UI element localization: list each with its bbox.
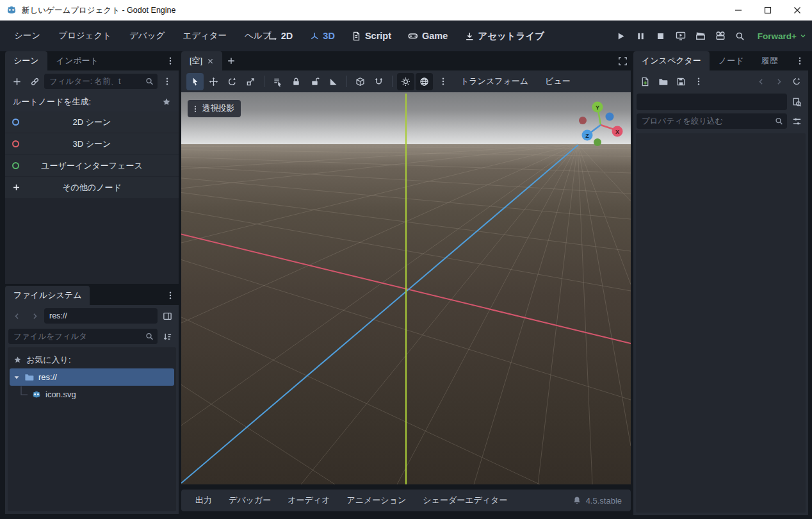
workspace-switcher: 2D 3D Script Game アセットライブ	[264, 21, 548, 51]
favorite-star-icon[interactable]	[162, 97, 171, 106]
select-tool-button[interactable]	[186, 73, 204, 90]
tab-import[interactable]: インポート	[48, 51, 107, 70]
open-docs-button[interactable]	[788, 94, 805, 110]
filesystem-dock-menu-button[interactable]	[162, 287, 179, 304]
workspace-assetlib-button[interactable]: アセットライブ	[460, 26, 548, 46]
star-icon	[13, 356, 22, 364]
tab-filesystem[interactable]: ファイルシステム	[5, 286, 90, 305]
tab-inspector[interactable]: インスペクター	[633, 51, 710, 70]
toggle-split-mode-button[interactable]	[159, 308, 175, 324]
create-3d-scene-button[interactable]: 3D シーン	[5, 133, 179, 154]
stop-button[interactable]	[652, 27, 670, 45]
instance-scene-button[interactable]	[26, 73, 43, 90]
bottom-tab-animation[interactable]: アニメーション	[339, 490, 414, 511]
rotate-tool-button[interactable]	[223, 73, 241, 90]
editor-menubar: シーン プロジェクト デバッグ エディター ヘルプ 2D 3D Script G…	[0, 21, 812, 51]
movie-maker-button[interactable]	[711, 27, 729, 45]
object-history-button[interactable]	[788, 73, 805, 90]
create-ui-scene-button[interactable]: ユーザーインターフェース	[5, 155, 179, 176]
tab-scene[interactable]: シーン	[5, 51, 47, 70]
create-2d-scene-button[interactable]: 2D シーン	[5, 111, 179, 133]
chevron-expanded-icon[interactable]	[13, 374, 20, 381]
renderer-dropdown[interactable]: Forward+	[758, 31, 807, 41]
file-filter-input[interactable]	[8, 329, 158, 344]
new-scene-tab-button[interactable]	[223, 53, 240, 69]
expand-viewport-button[interactable]	[614, 53, 631, 69]
group-button[interactable]	[325, 73, 342, 90]
new-resource-button[interactable]	[637, 73, 653, 90]
workspace-3d-button[interactable]: 3D	[305, 27, 339, 45]
preview-sun-button[interactable]	[397, 73, 414, 90]
history-back-button[interactable]	[752, 73, 769, 90]
snap-button[interactable]	[370, 73, 387, 90]
download-icon	[464, 31, 474, 41]
tree-row-icon-svg[interactable]: icon.svg	[10, 386, 174, 403]
inspector-dock-menu-button[interactable]	[792, 53, 808, 69]
save-resource-button[interactable]	[672, 73, 689, 90]
filesystem-tree: お気に入り: res:// icon.svg	[8, 347, 176, 511]
bottom-tab-audio[interactable]: オーディオ	[280, 490, 337, 511]
property-filter-input[interactable]	[637, 113, 787, 129]
pause-button[interactable]	[632, 27, 650, 45]
nav-back-button[interactable]	[8, 308, 25, 324]
viewport-grid-and-axes: Y X Z	[181, 92, 631, 484]
bottom-tab-shader-editor[interactable]: シェーダーエディター	[415, 490, 515, 511]
scale-tool-button[interactable]	[242, 73, 259, 90]
list-select-tool-button[interactable]	[269, 73, 286, 90]
menu-scene[interactable]: シーン	[5, 26, 49, 46]
folder-icon	[24, 372, 34, 382]
menu-debug[interactable]: デバッグ	[120, 26, 174, 46]
workspace-2d-button[interactable]: 2D	[264, 27, 297, 45]
inspector-dock-tabs: インスペクター ノード 履歴	[633, 51, 808, 70]
menu-editor[interactable]: エディター	[174, 26, 236, 46]
pick-node-button[interactable]	[731, 27, 749, 45]
view-menu[interactable]: ビュー	[537, 73, 578, 90]
bottom-panel: 出力 デバッガー オーディオ アニメーション シェーダーエディター 4.5.st…	[181, 490, 631, 511]
scene-tab-empty[interactable]: [空]	[181, 51, 222, 70]
move-tool-button[interactable]	[205, 73, 222, 90]
gizmo-y-label: Y	[596, 104, 599, 111]
gizmo-z-label: Z	[585, 133, 589, 139]
tab-node[interactable]: ノード	[710, 51, 752, 70]
scene-dock-tabs: シーン インポート	[5, 51, 179, 70]
path-input[interactable]	[44, 308, 158, 324]
close-button[interactable]	[783, 0, 812, 21]
workspace-script-button[interactable]: Script	[348, 27, 395, 45]
file-sort-button[interactable]	[159, 328, 175, 345]
scene-tree-menu-button[interactable]	[159, 73, 175, 90]
add-node-button[interactable]	[8, 73, 25, 90]
transform-menu[interactable]: トランスフォーム	[453, 73, 536, 90]
preview-environment-button[interactable]	[416, 73, 433, 90]
create-other-node-button[interactable]: その他のノード	[5, 177, 179, 198]
remote-debug-button[interactable]	[672, 27, 690, 45]
bottom-tab-debugger[interactable]: デバッガー	[221, 490, 279, 511]
nav-forward-button[interactable]	[26, 308, 43, 324]
workspace-game-button[interactable]: Game	[404, 27, 451, 45]
projection-menu-button[interactable]: 透視投影	[188, 100, 241, 117]
sun-environment-options-button[interactable]	[434, 73, 451, 90]
axis-gizmo[interactable]: Y X Z	[579, 102, 623, 147]
viewport-3d[interactable]: Y X Z 透視投影	[181, 92, 631, 484]
inspector-empty-body	[636, 133, 806, 513]
play-button[interactable]	[612, 27, 630, 45]
favorites-row[interactable]: お気に入り:	[10, 351, 174, 368]
unlock-button[interactable]	[306, 73, 323, 90]
resource-extra-menu-button[interactable]	[690, 73, 707, 90]
property-tools-button[interactable]	[788, 113, 805, 129]
history-forward-button[interactable]	[770, 73, 787, 90]
gizmo-x-label: X	[615, 129, 619, 135]
scene-filter-input[interactable]	[44, 74, 158, 89]
tree-row-res[interactable]: res://	[10, 368, 174, 386]
run-current-scene-button[interactable]	[692, 27, 710, 45]
minimize-button[interactable]	[724, 0, 753, 21]
tab-history[interactable]: 履歴	[752, 51, 786, 70]
load-resource-button[interactable]	[654, 73, 671, 90]
maximize-button[interactable]	[753, 0, 783, 21]
notification-bell-icon[interactable]	[572, 496, 581, 505]
local-space-button[interactable]	[352, 73, 369, 90]
scene-dock-menu-button[interactable]	[162, 53, 179, 69]
menu-project[interactable]: プロジェクト	[49, 26, 120, 46]
bottom-tab-output[interactable]: 出力	[188, 490, 220, 511]
close-tab-icon[interactable]	[207, 58, 214, 65]
lock-button[interactable]	[288, 73, 305, 90]
